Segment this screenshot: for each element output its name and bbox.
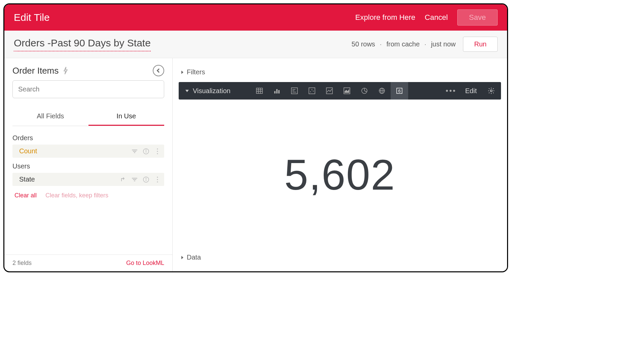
tab-all-fields[interactable]: All Fields bbox=[12, 108, 88, 126]
vis-type-bar[interactable] bbox=[286, 82, 303, 100]
sidebar-footer: 2 fields Go to LookML bbox=[4, 255, 172, 271]
svg-point-6 bbox=[157, 148, 158, 149]
subheader: Orders -Past 90 Days by State 50 rows · … bbox=[4, 31, 507, 58]
tab-in-use[interactable]: In Use bbox=[88, 108, 165, 126]
vis-type-map[interactable] bbox=[373, 82, 391, 100]
vis-edit-button[interactable]: Edit bbox=[461, 87, 481, 95]
svg-point-16 bbox=[157, 179, 158, 180]
run-button[interactable]: Run bbox=[463, 37, 498, 52]
caret-right-icon bbox=[181, 256, 183, 259]
visualization-bar: Visualization bbox=[179, 82, 501, 100]
main: Order Items All Fields In Use Orders Cou… bbox=[4, 58, 507, 271]
caret-down-icon bbox=[185, 90, 189, 92]
filter-icon[interactable] bbox=[131, 176, 138, 183]
row-count: 50 rows bbox=[352, 40, 375, 48]
field-label: State bbox=[19, 176, 120, 183]
single-value-number: 5,602 bbox=[284, 150, 395, 199]
info-icon[interactable] bbox=[143, 176, 149, 183]
vis-settings-icon[interactable] bbox=[481, 87, 501, 94]
svg-point-32 bbox=[312, 89, 313, 90]
svg-point-15 bbox=[157, 177, 158, 178]
explore-from-here-link[interactable]: Explore from Here bbox=[355, 13, 416, 22]
field-tabs: All Fields In Use bbox=[12, 108, 164, 126]
app-frame: Edit Tile Explore from Here Cancel Save … bbox=[3, 3, 508, 272]
tile-title-input[interactable]: Orders -Past 90 Days by State bbox=[14, 37, 151, 51]
filters-label: Filters bbox=[187, 68, 205, 76]
vis-type-scatter[interactable] bbox=[303, 82, 321, 100]
clear-all-link[interactable]: Clear all bbox=[14, 192, 37, 199]
data-section-header[interactable]: Data bbox=[173, 249, 507, 265]
vis-type-picker: 6 bbox=[251, 82, 408, 100]
svg-rect-25 bbox=[278, 90, 280, 93]
explore-name: Order Items bbox=[12, 66, 59, 76]
vis-type-line[interactable] bbox=[321, 82, 338, 100]
view-label-orders: Orders bbox=[12, 131, 164, 145]
svg-point-33 bbox=[313, 91, 314, 92]
pivot-icon[interactable] bbox=[120, 176, 127, 183]
filters-section-header[interactable]: Filters bbox=[173, 64, 507, 80]
visualization-label: Visualization bbox=[193, 87, 230, 95]
svg-rect-30 bbox=[309, 88, 315, 94]
go-to-lookml-link[interactable]: Go to LookML bbox=[126, 260, 164, 267]
svg-rect-24 bbox=[276, 89, 278, 93]
info-icon[interactable] bbox=[143, 148, 149, 155]
field-orders-count[interactable]: Count bbox=[12, 145, 164, 158]
data-label: Data bbox=[187, 254, 201, 261]
svg-point-14 bbox=[146, 178, 146, 179]
svg-point-8 bbox=[157, 153, 158, 154]
cancel-link[interactable]: Cancel bbox=[425, 13, 448, 22]
time-status: just now bbox=[431, 40, 456, 48]
vis-type-pie[interactable] bbox=[356, 82, 373, 100]
more-icon[interactable] bbox=[154, 148, 161, 155]
fields-body: Orders Count Users bbox=[4, 126, 172, 255]
collapse-sidebar-button[interactable] bbox=[153, 65, 164, 76]
svg-point-5 bbox=[146, 150, 146, 150]
field-users-state[interactable]: State bbox=[12, 173, 164, 186]
svg-point-17 bbox=[157, 181, 158, 182]
field-label: Count bbox=[19, 147, 131, 155]
vis-type-column[interactable] bbox=[268, 82, 286, 100]
content-area: Filters Visualization bbox=[173, 58, 507, 271]
sidebar-head: Order Items bbox=[4, 58, 172, 80]
header-title: Edit Tile bbox=[14, 12, 355, 23]
filter-icon[interactable] bbox=[131, 148, 138, 155]
svg-point-42 bbox=[490, 90, 492, 92]
vis-type-table[interactable] bbox=[251, 82, 268, 100]
header-bar: Edit Tile Explore from Here Cancel Save bbox=[4, 4, 507, 31]
visualization-canvas: 5,602 bbox=[173, 100, 507, 249]
header-actions: Explore from Here Cancel Save bbox=[355, 9, 498, 26]
svg-point-31 bbox=[310, 91, 311, 92]
view-label-users: Users bbox=[12, 160, 164, 173]
svg-point-7 bbox=[157, 151, 158, 152]
more-icon[interactable] bbox=[154, 176, 161, 183]
svg-rect-18 bbox=[256, 88, 262, 93]
field-count-label: 2 fields bbox=[12, 260, 32, 267]
svg-text:6: 6 bbox=[398, 88, 400, 93]
vis-type-area[interactable] bbox=[338, 82, 356, 100]
vis-type-single-value[interactable]: 6 bbox=[391, 82, 408, 100]
quick-start-icon[interactable] bbox=[63, 67, 69, 75]
field-picker-sidebar: Order Items All Fields In Use Orders Cou… bbox=[4, 58, 173, 271]
query-status: 50 rows · from cache · just now bbox=[352, 40, 456, 48]
visualization-toggle[interactable]: Visualization bbox=[179, 87, 237, 95]
cache-status: from cache bbox=[386, 40, 420, 48]
clear-keep-filters-link[interactable]: Clear fields, keep filters bbox=[45, 192, 108, 199]
caret-right-icon bbox=[181, 71, 183, 74]
search-input[interactable] bbox=[12, 80, 164, 98]
svg-rect-23 bbox=[274, 91, 276, 93]
vis-more-button[interactable]: ••• bbox=[442, 86, 461, 95]
save-button[interactable]: Save bbox=[457, 9, 498, 26]
